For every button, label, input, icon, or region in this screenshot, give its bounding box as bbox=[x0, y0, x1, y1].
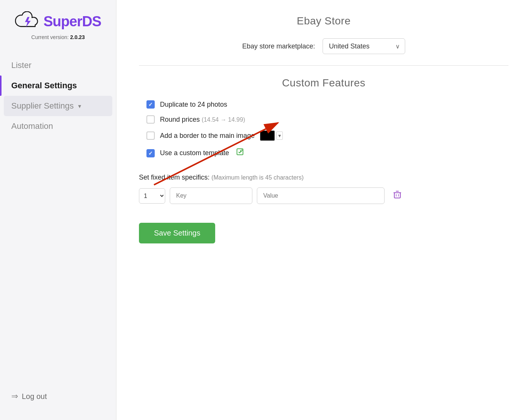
marketplace-select-wrapper: United States United Kingdom Germany Aus… bbox=[323, 38, 405, 54]
marketplace-row: Ebay store marketplace: United States Un… bbox=[139, 38, 508, 54]
logout-area[interactable]: ⇒ Log out bbox=[0, 384, 116, 409]
color-swatch[interactable] bbox=[260, 130, 275, 141]
sidebar-item-supplier-settings[interactable]: Supplier Settings ▾ bbox=[4, 96, 112, 116]
marketplace-label: Ebay store marketplace: bbox=[242, 42, 315, 50]
ebay-store-title: Ebay Store bbox=[139, 15, 508, 27]
feature-label-custom-template: Use a custom template bbox=[160, 149, 229, 157]
logo-text: SuperDS bbox=[44, 14, 101, 30]
feature-row-duplicate-photos: Duplicate to 24 photos bbox=[146, 100, 508, 109]
sidebar-item-lister[interactable]: Lister bbox=[0, 55, 116, 76]
section-divider bbox=[139, 65, 508, 66]
marketplace-select[interactable]: United States United Kingdom Germany Aus… bbox=[323, 38, 405, 54]
cloud-lightning-icon bbox=[15, 11, 41, 32]
feature-row-custom-template: Use a custom template bbox=[146, 148, 508, 159]
logo-ds: DS bbox=[82, 14, 101, 29]
feature-label-border-image: Add a border to the main image bbox=[160, 132, 255, 140]
feature-row-border-image: Add a border to the main image ▾ bbox=[146, 130, 508, 141]
feature-row-round-prices: Round prices (14.54 → 14.99) bbox=[146, 115, 508, 124]
chevron-down-icon: ▾ bbox=[78, 103, 81, 110]
max-length-note: (Maximum length is 45 characters) bbox=[211, 174, 303, 181]
checkbox-round-prices[interactable] bbox=[146, 115, 155, 124]
color-picker-arrow[interactable]: ▾ bbox=[276, 131, 283, 140]
sidebar-item-general-settings[interactable]: General Settings bbox=[0, 76, 116, 96]
nav-items: Lister General Settings Supplier Setting… bbox=[0, 51, 116, 384]
svg-rect-3 bbox=[394, 193, 400, 198]
custom-features-title: Custom Features bbox=[139, 77, 508, 89]
logo-super: Super bbox=[44, 14, 82, 29]
round-prices-sub: (14.54 → 14.99) bbox=[202, 116, 245, 123]
logout-label: Log out bbox=[22, 392, 47, 401]
fixed-specifics-section: Set fixed item specifics: (Maximum lengt… bbox=[139, 174, 508, 204]
version-text: Current version: 2.0.23 bbox=[31, 34, 84, 40]
main-wrapper: Ebay Store Ebay store marketplace: Unite… bbox=[139, 15, 508, 243]
main-content: Ebay Store Ebay store marketplace: Unite… bbox=[116, 0, 531, 420]
feature-label-round-prices: Round prices (14.54 → 14.99) bbox=[160, 116, 245, 124]
logo-area: SuperDS Current version: 2.0.23 bbox=[0, 11, 116, 51]
specifics-value-input[interactable] bbox=[257, 187, 385, 204]
color-picker-wrapper: ▾ bbox=[260, 130, 283, 141]
feature-label-duplicate-photos: Duplicate to 24 photos bbox=[160, 101, 227, 109]
checkbox-custom-template[interactable] bbox=[146, 149, 155, 157]
logo-row: SuperDS bbox=[15, 11, 101, 32]
sidebar-item-automation[interactable]: Automation bbox=[0, 116, 116, 136]
edit-template-icon[interactable] bbox=[236, 148, 245, 159]
specifics-label: Set fixed item specifics: (Maximum lengt… bbox=[139, 174, 508, 181]
specifics-row: 1 2 3 bbox=[139, 187, 508, 204]
delete-specific-icon[interactable] bbox=[392, 189, 403, 202]
logout-icon: ⇒ bbox=[11, 391, 18, 401]
save-settings-button[interactable]: Save Settings bbox=[139, 223, 215, 243]
specifics-key-input[interactable] bbox=[170, 187, 252, 204]
specifics-number-select[interactable]: 1 2 3 bbox=[139, 188, 165, 204]
checkbox-border-image[interactable] bbox=[146, 131, 155, 140]
features-list: Duplicate to 24 photos Round prices (14.… bbox=[139, 100, 508, 159]
sidebar: SuperDS Current version: 2.0.23 Lister G… bbox=[0, 0, 116, 420]
checkbox-duplicate-photos[interactable] bbox=[146, 100, 155, 109]
